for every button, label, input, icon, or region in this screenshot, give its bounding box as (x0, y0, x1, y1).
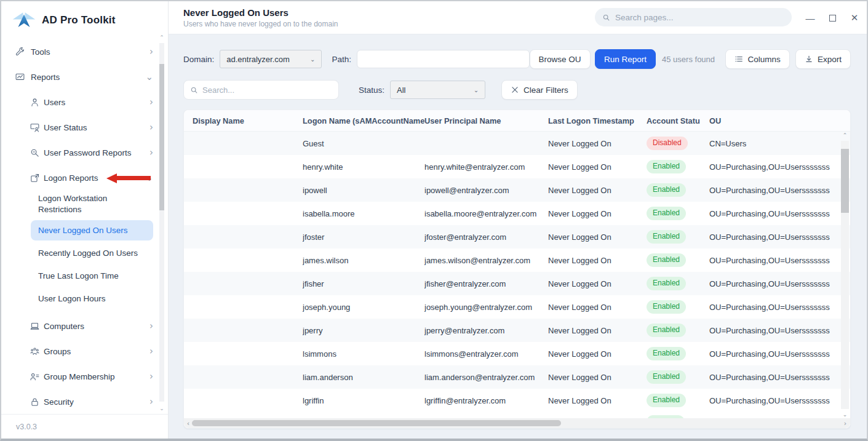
scroll-down-icon[interactable]: ⌄ (841, 411, 849, 418)
cell-ou: OU=Purchasing,OU=Usersssssss (709, 326, 850, 335)
columns-button[interactable]: Columns (725, 49, 789, 69)
sidebar-item-tools[interactable]: Tools › (1, 39, 168, 65)
table-row[interactable]: ipowell ipowell@entralyzer.com Never Log… (184, 178, 850, 202)
sidebar-item-reports[interactable]: Reports ⌄ (1, 65, 168, 90)
horizontal-scroll-thumb[interactable] (192, 420, 561, 426)
cell-ou: OU=Purchasing,OU=Usersssssss (709, 186, 850, 195)
sidebar-item-label: Logon Workstation Restrictions (38, 193, 134, 215)
sidebar-item-logon-workstation-restrictions[interactable]: Logon Workstation Restrictions (1, 191, 149, 218)
cell-last-logon: Never Logged On (548, 349, 647, 359)
cell-last-logon: Never Logged On (548, 256, 647, 265)
path-label: Path: (332, 55, 351, 64)
cell-account-status: Enabled (647, 183, 709, 196)
domain-select[interactable]: ad.entralyzer.com ⌄ (220, 50, 322, 68)
browse-ou-label: Browse OU (539, 55, 581, 64)
status-badge: Enabled (647, 183, 686, 196)
status-badge: Enabled (647, 277, 686, 290)
sidebar-item-true-last-logon-time[interactable]: True Last Logon Time (1, 264, 168, 287)
sidebar-item-users[interactable]: Users › (1, 90, 168, 115)
browse-ou-button[interactable]: Browse OU (530, 49, 591, 69)
column-header-last-logon[interactable]: Last Logon Timestamp (548, 116, 647, 125)
scroll-up-icon[interactable]: ⌃ (158, 34, 165, 41)
table-search-input[interactable] (202, 85, 332, 95)
table-row[interactable]: jfoster jfoster@entralyzer.com Never Log… (184, 225, 850, 248)
table-row[interactable]: james.wilson james.wilson@entralyzer.com… (184, 248, 850, 272)
status-badge: Enabled (647, 324, 686, 336)
clear-filters-button[interactable]: Clear Filters (501, 80, 578, 100)
table-row[interactable]: henry.white henry.white@entralyzer.com N… (184, 155, 850, 178)
scroll-left-icon[interactable]: ‹ (184, 419, 193, 427)
vertical-scroll-thumb[interactable] (841, 149, 849, 213)
cell-last-logon: Never Logged On (548, 139, 647, 148)
sidebar-item-security[interactable]: Security › (1, 389, 168, 414)
cell-upn: henry.white@entralyzer.com (424, 162, 548, 172)
table-horizontal-scrollbar: ‹ › (184, 418, 850, 428)
export-button[interactable]: Export (795, 49, 851, 69)
sidebar-item-user-logon-hours[interactable]: User Logon Hours (1, 287, 168, 310)
sidebar-item-computers[interactable]: Computers › (1, 314, 168, 339)
status-select[interactable]: All ⌄ (390, 81, 485, 99)
sidebar-item-label: User Logon Hours (38, 294, 106, 303)
sidebar-item-recently-logged-on-users[interactable]: Recently Logged On Users (1, 242, 168, 264)
export-label: Export (818, 55, 842, 64)
status-badge: Enabled (647, 347, 686, 360)
app-window: AD Pro Toolkit Tools › Reports ⌄ (0, 0, 868, 441)
column-header-upn[interactable]: User Principal Name (424, 116, 548, 125)
cell-ou: OU=Purchasing,OU=Usersssssss (709, 373, 850, 382)
minimize-icon[interactable]: — (805, 13, 815, 23)
cell-logon-name: lgriffin (303, 396, 424, 405)
sidebar-item-logon-reports[interactable]: Logon Reports ⌄ (1, 165, 168, 191)
column-header-display-name[interactable]: Display Name (184, 116, 303, 125)
sidebar-scrollbar: ⌃ ⌄ (159, 36, 165, 409)
sidebar-item-user-password-reports[interactable]: User Password Reports › (1, 140, 168, 165)
scroll-right-icon[interactable]: › (841, 419, 850, 427)
sidebar-item-label: Computers (44, 322, 149, 331)
table-row[interactable]: isabella.moore isabella.moore@entralyzer… (184, 202, 850, 225)
table-row[interactable]: Guest Never Logged On Disabled CN=Users (184, 132, 850, 155)
table-row[interactable]: joseph.young joseph.young@entralyzer.com… (184, 295, 850, 319)
table-row[interactable]: lsimmons lsimmons@entralyzer.com Never L… (184, 342, 850, 365)
cell-upn: jfisher@entralyzer.com (424, 279, 548, 288)
close-icon[interactable]: ✕ (850, 12, 859, 23)
column-header-ou[interactable]: OU (709, 116, 850, 125)
scroll-down-icon[interactable]: ⌄ (158, 405, 165, 411)
sidebar-scroll-track[interactable] (159, 43, 164, 402)
cell-logon-name: ipowell (303, 186, 424, 195)
filter-bar: Status: All ⌄ Clear Filters (183, 80, 851, 100)
table-search[interactable] (183, 80, 339, 100)
search-icon (602, 14, 610, 22)
page-search-input[interactable] (615, 13, 784, 22)
vertical-scroll-track[interactable] (841, 141, 849, 409)
cell-upn: jfoster@entralyzer.com (424, 232, 548, 242)
column-header-logon-name[interactable]: Logon Name (sAMAccountName (303, 116, 424, 125)
cell-last-logon: Never Logged On (548, 303, 647, 312)
cell-account-status: Enabled (647, 324, 709, 336)
status-badge: Enabled (647, 394, 686, 407)
sidebar-item-label: Recently Logged On Users (38, 248, 138, 258)
page-search[interactable] (595, 8, 792, 26)
path-input[interactable] (357, 50, 530, 68)
run-report-button[interactable]: Run Report (595, 49, 656, 69)
wrench-icon (15, 47, 25, 57)
maximize-icon[interactable] (827, 13, 837, 23)
status-badge: Disabled (647, 137, 688, 149)
cell-ou: OU=Purchasing,OU=Usersssssss (709, 349, 850, 359)
sidebar-item-label: User Password Reports (44, 148, 149, 157)
table-row[interactable]: liam.anderson liam.anderson@entralyzer.c… (184, 365, 850, 389)
sidebar-item-label: Groups (44, 347, 149, 356)
app-version: v3.0.3 (1, 414, 168, 439)
status-badge: Enabled (647, 253, 686, 266)
scroll-up-icon[interactable]: ⌃ (841, 132, 849, 138)
cell-upn: isabella.moore@entralyzer.com (424, 209, 548, 218)
table-row[interactable]: lgriffin lgriffin@entralyzer.com Never L… (184, 389, 850, 412)
sidebar-item-user-status[interactable]: User Status › (1, 115, 168, 140)
sidebar-item-groups[interactable]: Groups › (1, 339, 168, 364)
sidebar-scroll-thumb[interactable] (159, 64, 164, 210)
cell-account-status: Disabled (647, 137, 709, 149)
chevron-right-icon: › (149, 397, 153, 407)
sidebar-item-group-membership[interactable]: Group Membership › (1, 364, 168, 389)
column-header-account-status[interactable]: Account Statu (647, 116, 709, 125)
sidebar-item-never-logged-on-users[interactable]: Never Logged On Users (31, 220, 153, 240)
table-row[interactable]: jperry jperry@entralyzer.com Never Logge… (184, 319, 850, 342)
table-row[interactable]: jfisher jfisher@entralyzer.com Never Log… (184, 272, 850, 295)
